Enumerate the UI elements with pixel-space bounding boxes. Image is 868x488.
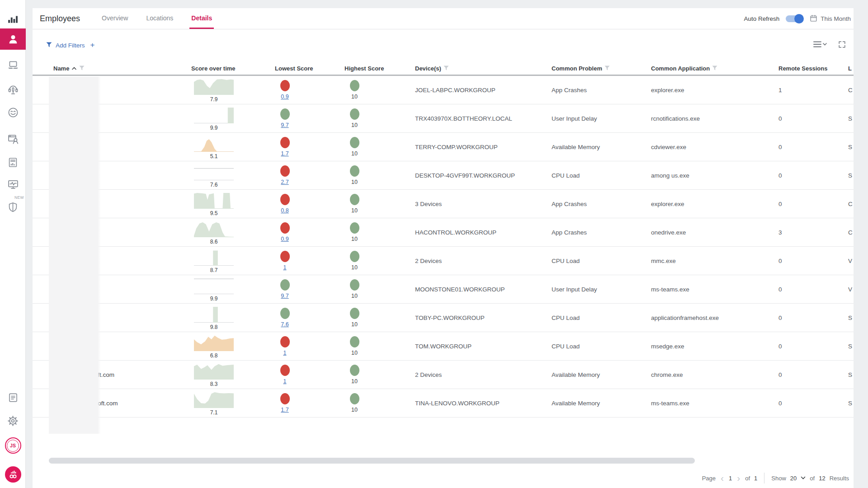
column-header-common-application[interactable]: Common Application xyxy=(651,62,778,75)
remote-sessions-cell: 3 xyxy=(778,218,848,247)
lowest-score-cell: 1 xyxy=(275,365,295,385)
add-filter-plus[interactable]: + xyxy=(90,41,95,50)
next-page-button[interactable]: › xyxy=(736,474,741,483)
new-badge: NEW xyxy=(14,195,24,200)
lowest-score-cell: 1.7 xyxy=(275,137,295,157)
auto-refresh-toggle[interactable] xyxy=(786,15,803,22)
table-row[interactable]: nmicrosoft.com7.90.910JOEL-LABPC.WORKGRO… xyxy=(33,76,854,104)
column-filter-icon[interactable] xyxy=(712,65,717,72)
remote-sessions-cell: 0 xyxy=(778,247,848,275)
highest-score-cell: 10 xyxy=(344,279,364,300)
toolbar-icons xyxy=(812,40,846,51)
common-application-cell: explorer.exe xyxy=(651,76,778,104)
fullscreen-icon[interactable] xyxy=(838,40,846,51)
highest-score-dot xyxy=(350,194,359,205)
lowest-score-dot xyxy=(280,137,290,148)
column-header-common-problem[interactable]: Common Problem xyxy=(552,62,651,75)
sidebar-item-support[interactable] xyxy=(0,82,26,97)
results-label: Results xyxy=(830,475,849,482)
lowest-score-link[interactable]: 1.7 xyxy=(281,407,288,413)
tab-locations[interactable]: Locations xyxy=(144,8,175,29)
lowest-score-link[interactable]: 0.9 xyxy=(281,94,288,100)
table-row[interactable]: uplabs.onmicrosoft.com7.11.710TINA-LENOV… xyxy=(33,389,854,418)
horizontal-scrollbar-thumb[interactable] xyxy=(49,458,695,464)
common-problem-cell: CPU Load xyxy=(552,161,651,190)
column-filter-icon[interactable] xyxy=(604,65,610,72)
lowest-score-cell: 1 xyxy=(275,251,295,271)
location-cell: S xyxy=(848,361,854,389)
lowest-score-dot xyxy=(280,222,290,234)
common-application-cell: rcnotifications.exe xyxy=(651,104,778,133)
app-logo[interactable] xyxy=(0,466,26,483)
prev-page-button[interactable]: ‹ xyxy=(720,474,725,483)
lowest-score-link[interactable]: 1.7 xyxy=(281,150,288,157)
lowest-score-link[interactable]: 0.8 xyxy=(281,207,288,214)
table-row[interactable]: mail.com9.87.610TOBY-PC.WORKGROUPCPU Loa… xyxy=(33,304,854,332)
lowest-score-link[interactable]: 1 xyxy=(283,350,287,356)
lowest-score-link[interactable]: 7.6 xyxy=(281,321,288,328)
column-label: L xyxy=(848,65,852,72)
lowest-score-dot xyxy=(280,80,290,91)
toggle-knob xyxy=(794,14,804,23)
tab-details[interactable]: Details xyxy=(189,8,214,29)
highest-score-cell: 10 xyxy=(344,194,364,214)
table-row[interactable]: olabs.onmicrosoft.com8.31102 DevicesAvai… xyxy=(33,361,854,389)
lowest-score-link[interactable]: 2.7 xyxy=(281,179,288,185)
lowest-score-dot xyxy=(280,165,290,177)
sidebar-item-dashboards[interactable] xyxy=(0,12,26,27)
column-filter-icon[interactable] xyxy=(79,65,85,72)
table-row[interactable]: ail.com9.50.8103 DevicesApp Crashesexplo… xyxy=(33,190,854,218)
score-sparkline: 9.9 xyxy=(194,278,234,302)
column-filter-icon[interactable] xyxy=(443,65,449,72)
table-row[interactable]: hotmail.com8.71102 DevicesCPU Loadmmc.ex… xyxy=(33,247,854,275)
lowest-score-link[interactable]: 1 xyxy=(283,378,287,385)
table-row[interactable]: trolup.com5.11.710TERRY-COMP.WORKGROUPAv… xyxy=(33,133,854,161)
sidebar-item-sentiment[interactable] xyxy=(0,105,26,120)
lowest-score-dot xyxy=(280,251,290,262)
sidebar-item-monitoring[interactable] xyxy=(0,177,26,192)
remote-sessions-cell: 0 xyxy=(778,304,848,332)
lowest-score-link[interactable]: 9.7 xyxy=(281,293,288,299)
sidebar-item-remote-assist[interactable] xyxy=(0,131,26,147)
sidebar-item-reports[interactable] xyxy=(0,155,26,170)
table-row[interactable]: e@outlook.com7.62.710DESKTOP-4GVF99T.WOR… xyxy=(33,161,854,190)
table-row[interactable]: .com6.8110TOM.WORKGROUPCPU Loadmsedge.ex… xyxy=(33,332,854,361)
date-range-picker[interactable]: This Month xyxy=(809,14,851,24)
add-filters-button[interactable]: Add Filters + xyxy=(46,41,94,50)
column-header-lowest-score[interactable]: Lowest Score xyxy=(275,62,344,75)
location-cell: S xyxy=(848,104,854,133)
sidebar-item-settings[interactable] xyxy=(0,413,26,428)
column-header-remote-sessions[interactable]: Remote Sessions xyxy=(778,62,848,75)
column-header-score-over-time[interactable]: Score over time xyxy=(191,62,275,75)
column-header-device-s-[interactable]: Device(s) xyxy=(415,62,552,75)
column-label: Highest Score xyxy=(344,65,384,72)
lowest-score-link[interactable]: 1 xyxy=(283,264,287,271)
column-label: Common Application xyxy=(651,65,710,72)
column-header-highest-score[interactable]: Highest Score xyxy=(344,62,415,75)
table-row[interactable]: ail.com8.60.910HACONTROL.WORKGROUPApp Cr… xyxy=(33,218,854,247)
score-average-value: 9.9 xyxy=(194,296,234,302)
table-row[interactable]: ory.local9.99.710TRX403970X.BOTTHEORY.LO… xyxy=(33,104,854,133)
column-header-l[interactable]: L xyxy=(848,62,854,75)
location-cell: S xyxy=(848,161,854,190)
lowest-score-link[interactable]: 9.7 xyxy=(281,122,288,128)
location-cell: S xyxy=(848,389,854,418)
sidebar-item-devices[interactable] xyxy=(0,58,26,72)
table-row[interactable]: ntrolup.com9.99.710MOONSTONE01.WORKGROUP… xyxy=(33,275,854,304)
highest-score-value: 10 xyxy=(351,94,358,100)
user-avatar[interactable]: JS xyxy=(0,437,26,454)
column-menu-button[interactable] xyxy=(812,40,828,51)
shield-icon xyxy=(7,201,19,213)
column-header-name[interactable]: Name xyxy=(53,62,196,75)
highest-score-value: 10 xyxy=(351,293,358,299)
sort-asc-icon[interactable] xyxy=(71,65,77,72)
lowest-score-link[interactable]: 0.9 xyxy=(281,236,288,242)
sidebar-item-employees[interactable] xyxy=(0,28,26,50)
tab-overview[interactable]: Overview xyxy=(100,8,130,29)
highest-score-dot xyxy=(350,108,359,120)
avatar-initials: JS xyxy=(7,440,19,452)
page-size-dropdown[interactable] xyxy=(801,476,806,480)
sidebar-item-security[interactable]: NEW xyxy=(0,199,26,215)
common-application-cell: applicationframehost.exe xyxy=(651,304,778,332)
sidebar-item-release-notes[interactable] xyxy=(0,390,26,405)
